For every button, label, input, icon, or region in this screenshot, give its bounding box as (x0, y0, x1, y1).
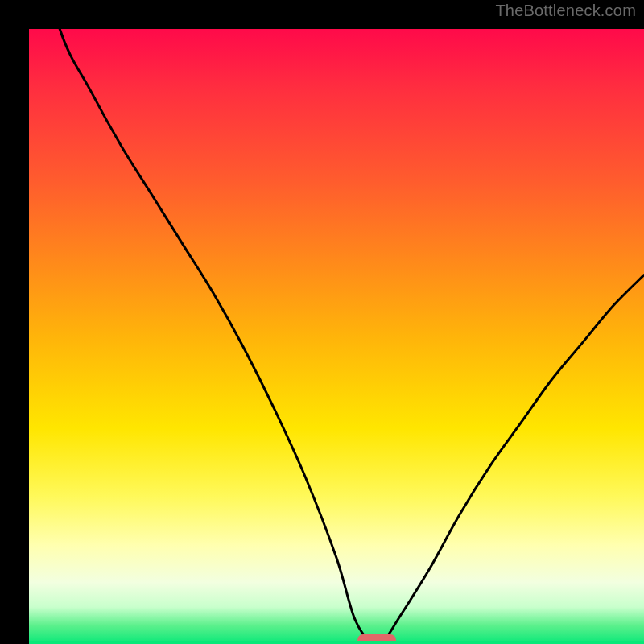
watermark-text: TheBottleneck.com (495, 2, 636, 20)
baseline-green (29, 641, 644, 644)
chart-frame (0, 0, 644, 644)
plot-area (29, 29, 644, 644)
curve-path (29, 29, 644, 644)
bottleneck-curve (29, 29, 644, 644)
